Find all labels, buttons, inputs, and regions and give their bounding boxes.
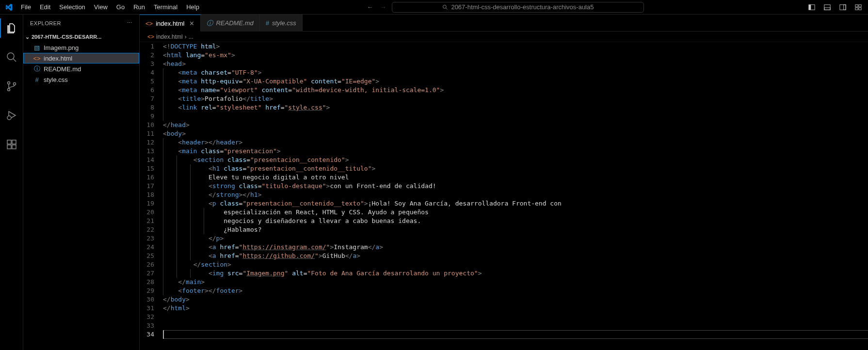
layout-custom-icon[interactable] [854,3,862,11]
close-icon[interactable]: ✕ [189,20,194,27]
line-number: 18 [140,191,154,199]
layout-panel-icon[interactable] [823,3,831,11]
line-number: 6 [140,86,154,95]
svg-point-0 [443,5,447,8]
line-number: 21 [140,217,154,225]
code-line[interactable]: <footer></footer> [163,286,868,295]
file-item-style[interactable]: # style.css [23,74,139,85]
search-icon [442,4,448,10]
layout-sidebar-left-icon[interactable] [808,3,816,11]
code-line[interactable]: especialización en React, HTML y CSS. Ay… [163,208,868,217]
code-line[interactable]: <!DOCTYPE html> [163,42,868,51]
file-item-image[interactable]: ▧ Imagem.png [23,42,139,53]
tab-readme[interactable]: ⓘ README.md [201,15,259,32]
menu-terminal[interactable]: Terminal [150,1,181,13]
command-center[interactable]: 2067-html-css-desarrollo-estructura-arch… [392,2,644,13]
code-line[interactable] [163,321,868,330]
menu-file[interactable]: File [17,1,35,13]
gutter: 1234567891011121314151617181920212223242… [140,42,163,350]
line-number: 7 [140,95,154,103]
svg-rect-11 [859,7,861,9]
files-icon [6,22,17,34]
code-line[interactable]: <section class="presentacion__contenido"… [163,156,868,164]
code-line[interactable]: </main> [163,278,868,286]
code-line[interactable]: </strong></h1> [163,191,868,199]
code-line[interactable]: <header></header> [163,138,868,147]
svg-point-12 [7,53,14,60]
code-line[interactable]: </section> [163,260,868,269]
layout-sidebar-right-icon[interactable] [839,3,847,11]
activity-search[interactable] [0,48,23,67]
line-number: 15 [140,164,154,173]
line-number: 13 [140,147,154,156]
code-area[interactable]: 1234567891011121314151617181920212223242… [140,42,868,350]
code-line[interactable] [163,112,868,121]
activity-run-debug[interactable] [0,106,23,125]
code-line[interactable]: </head> [163,121,868,129]
code-line[interactable]: <meta http-equiv="X-UA-Compatible" conte… [163,77,868,86]
svg-rect-6 [840,4,846,10]
line-number: 10 [140,121,154,129]
code-line[interactable]: <meta name="viewport" content="width=dev… [163,86,868,95]
code-line[interactable]: <head> [163,60,868,68]
play-bug-icon [6,110,17,121]
code-line[interactable]: Eleve tu negocio digital a otro nivel [163,173,868,182]
code-line[interactable]: <strong class="titulo-destaque">con un F… [163,182,868,191]
svg-rect-20 [12,145,16,149]
folder-name: 2067-HTML-CSS-DESARR... [32,34,101,40]
line-number: 9 [140,112,154,121]
menu-help[interactable]: Help [182,1,203,13]
menu-run[interactable]: Run [129,1,149,13]
code-line[interactable]: <p class="presentacion__contenido__texto… [163,199,868,208]
nav-back-icon[interactable]: ← [367,3,373,11]
code-line[interactable]: <main class="presentacion"> [163,147,868,156]
menu-view[interactable]: View [90,1,112,13]
activity-extensions[interactable] [0,135,23,154]
code-line[interactable]: <h1 class="presentacion__contenido__titu… [163,164,868,173]
svg-point-17 [7,116,11,120]
tabs-row: <> index.html ✕ ⓘ README.md # style.css [140,15,868,32]
file-item-index[interactable]: <> index.html [23,53,139,64]
code-line[interactable]: <img src="Imagem.png" alt="Foto de Ana G… [163,269,868,278]
menu-go[interactable]: Go [113,1,129,13]
code-line[interactable]: </body> [163,295,868,304]
code-line[interactable]: <link rel="stylesheet" href="style.css"> [163,103,868,112]
svg-rect-3 [809,4,811,10]
code-line[interactable]: ¿Hablamos? [163,225,868,234]
code-line[interactable]: </html> [163,304,868,313]
code-line[interactable]: <a href="https://instagram.com/">Instagr… [163,243,868,252]
activity-source-control[interactable] [0,77,23,96]
code-line[interactable]: </p> [163,234,868,243]
code-content[interactable]: <!DOCTYPE html><html lang="es-mx"><head>… [163,42,868,350]
menu-edit[interactable]: Edit [36,1,54,13]
line-number: 1 [140,42,154,51]
menu-selection[interactable]: Selection [55,1,89,13]
line-number: 26 [140,260,154,269]
line-number: 16 [140,173,154,182]
code-line[interactable] [163,313,868,321]
code-line[interactable]: negocios y diseñadores a llevar a cabo b… [163,217,868,225]
code-line[interactable]: <html lang="es-mx"> [163,51,868,60]
tab-index[interactable]: <> index.html ✕ [140,15,201,32]
tab-style[interactable]: # style.css [260,15,303,32]
code-line[interactable]: <meta charset="UTF-8"> [163,68,868,77]
line-number: 32 [140,313,154,321]
line-number: 20 [140,208,154,217]
svg-rect-18 [7,140,11,144]
code-line[interactable]: <title>Portafolio</title> [163,95,868,103]
code-line[interactable]: <body> [163,129,868,138]
tab-label: style.css [272,19,296,27]
nav-forward-icon[interactable]: → [380,3,386,11]
line-number: 3 [140,60,154,68]
code-line[interactable]: <a href="https://github.com/">GitHub</a> [163,252,868,260]
file-item-readme[interactable]: ⓘ README.md [23,64,139,74]
svg-point-16 [13,83,16,85]
code-line[interactable] [163,330,868,339]
activity-explorer[interactable] [0,18,23,38]
folder-header[interactable]: ⌄ 2067-HTML-CSS-DESARR... [23,32,139,42]
tab-label: index.html [156,20,184,27]
nav-arrows: ← → [361,3,392,11]
image-icon: ▧ [33,44,41,51]
breadcrumb[interactable]: <> index.html › ... [140,32,868,42]
more-icon[interactable]: ⋯ [127,20,133,26]
